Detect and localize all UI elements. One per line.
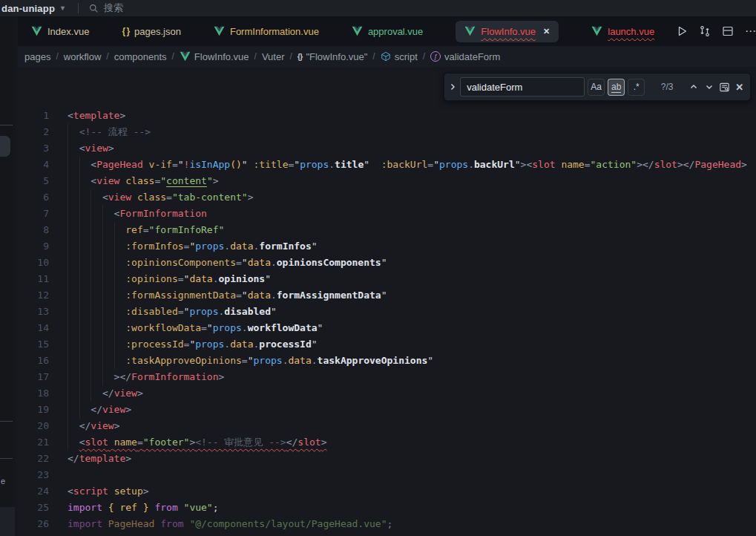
code-line[interactable]: 4 <PageHead v-if="!isInApp()" :title="pr… bbox=[18, 157, 756, 173]
close-icon[interactable]: ✕ bbox=[543, 27, 550, 36]
code-line[interactable]: 17 ></FormInformation> bbox=[18, 369, 756, 385]
line-number[interactable]: 21 bbox=[18, 434, 49, 451]
code-line[interactable]: 14 :workflowData="props.workflowData" bbox=[18, 320, 756, 336]
sidebar-divider bbox=[0, 421, 13, 422]
code-line[interactable]: 7 <FormInformation bbox=[18, 206, 756, 222]
line-number[interactable]: 8 bbox=[18, 222, 49, 238]
line-number[interactable]: 26 bbox=[18, 516, 49, 532]
breadcrumb-item-components[interactable]: components bbox=[114, 51, 167, 62]
line-number[interactable]: 22 bbox=[18, 451, 49, 467]
tab-flowinfo-vue[interactable]: FlowInfo.vue✕ bbox=[456, 21, 559, 42]
code-line[interactable]: 1<template> bbox=[18, 108, 756, 124]
line-number[interactable]: 19 bbox=[18, 402, 49, 418]
breadcrumb-item-script[interactable]: script bbox=[381, 51, 418, 62]
code-line[interactable]: 22</template> bbox=[18, 451, 756, 467]
code-line[interactable]: 5 <view class="content"> bbox=[18, 173, 756, 189]
code-line[interactable]: 6 <view class="tab-content"> bbox=[18, 189, 756, 206]
breadcrumb-separator: / bbox=[172, 51, 174, 62]
tab-approval-vue[interactable]: approval.vue bbox=[352, 21, 423, 42]
more-button[interactable]: ⋯ bbox=[744, 24, 756, 38]
line-content: </view> bbox=[68, 402, 131, 418]
code-line[interactable]: 19 </view> bbox=[18, 402, 756, 418]
line-number[interactable]: 18 bbox=[18, 385, 49, 402]
code-line[interactable]: 11 :opinions="data.opinions" bbox=[18, 271, 756, 287]
module-icon bbox=[381, 51, 391, 62]
split-editor-button[interactable] bbox=[721, 24, 734, 38]
line-number[interactable]: 25 bbox=[18, 500, 49, 516]
code-area[interactable]: 1<template>2 <!-- 流程 -->3 <view>4 <PageH… bbox=[18, 67, 756, 536]
code-line[interactable]: 12 :formAssignmentData="data.formAssignm… bbox=[18, 287, 756, 304]
line-content: :opinions="data.opinions" bbox=[68, 271, 271, 287]
breadcrumb-item-vuter[interactable]: Vuter bbox=[262, 51, 285, 62]
code-line[interactable]: 13 :disabled="props.disabled" bbox=[18, 304, 756, 320]
line-number[interactable]: 14 bbox=[18, 320, 49, 336]
regex-button[interactable]: .* bbox=[628, 79, 645, 96]
line-number[interactable]: 15 bbox=[18, 336, 49, 353]
line-number[interactable]: 6 bbox=[18, 189, 49, 206]
tab-pages-json[interactable]: { }pages.json bbox=[122, 21, 181, 42]
code-line[interactable]: 2 <!-- 流程 --> bbox=[18, 124, 756, 140]
find-in-selection-button[interactable] bbox=[718, 79, 730, 94]
titlebar-divider bbox=[78, 3, 79, 13]
line-number[interactable]: 23 bbox=[18, 467, 49, 483]
breadcrumb-item--flowinfo-vue-[interactable]: {}"FlowInfo.vue" bbox=[298, 51, 368, 62]
line-number[interactable]: 12 bbox=[18, 287, 49, 304]
code-line[interactable]: 21 <slot name="footer"><!-- 审批意见 --></sl… bbox=[18, 434, 756, 451]
line-number[interactable]: 3 bbox=[18, 140, 49, 157]
toggle-replace-button[interactable] bbox=[447, 77, 457, 97]
whole-word-button[interactable]: ab bbox=[608, 79, 625, 96]
code-line[interactable]: 3 <view> bbox=[18, 140, 756, 157]
code-line[interactable]: 18 </view> bbox=[18, 385, 756, 402]
line-number[interactable]: 1 bbox=[18, 108, 49, 124]
line-number[interactable]: 20 bbox=[18, 418, 49, 434]
line-number[interactable]: 5 bbox=[18, 173, 49, 189]
sidebar-cut-label: e bbox=[1, 477, 5, 486]
line-number[interactable]: 24 bbox=[18, 483, 49, 500]
line-content: <view> bbox=[68, 140, 114, 157]
breadcrumb-item-pages[interactable]: pages bbox=[24, 51, 50, 62]
code-line[interactable]: 24<script setup> bbox=[18, 483, 756, 500]
tab-launch-vue[interactable]: launch.vue bbox=[591, 21, 654, 42]
tab-bar: Index.vue{ }pages.jsonFormInformation.vu… bbox=[18, 16, 756, 46]
line-number[interactable]: 16 bbox=[18, 353, 49, 369]
previous-match-button[interactable] bbox=[688, 79, 700, 94]
code-line[interactable]: 23 bbox=[18, 467, 756, 483]
line-number[interactable]: 10 bbox=[18, 255, 49, 271]
code-line[interactable]: 9 :formInfos="props.data.formInfos" bbox=[18, 238, 756, 255]
find-widget: Aa ab .* ?/3 ✕ bbox=[444, 73, 751, 101]
line-content: :taskApproveOpinions="props.data.taskApp… bbox=[68, 353, 433, 369]
project-selector[interactable]: dan-uniapp bbox=[1, 3, 55, 14]
line-number[interactable]: 4 bbox=[18, 157, 49, 173]
next-match-button[interactable] bbox=[703, 79, 715, 94]
close-find-button[interactable]: ✕ bbox=[734, 79, 746, 94]
code-line[interactable]: 26import PageHead from "@/components/lay… bbox=[18, 516, 756, 532]
code-line[interactable]: 20 </view> bbox=[18, 418, 756, 434]
code-line[interactable]: 25import { ref } from "vue"; bbox=[18, 500, 756, 516]
code-line[interactable]: 10 :opinionsComponents="data.opinionsCom… bbox=[18, 255, 756, 271]
code-line[interactable]: 16 :taskApproveOpinions="props.data.task… bbox=[18, 353, 756, 369]
code-line[interactable]: 15 :processId="props.data.processId" bbox=[18, 336, 756, 353]
code-editor[interactable]: Aa ab .* ?/3 ✕ 1<template>2 <!-- 流程 -->3… bbox=[18, 67, 756, 536]
tab-forminformation-vue[interactable]: FormInformation.vue bbox=[214, 21, 319, 42]
method-icon: ƒ bbox=[430, 51, 441, 62]
line-number[interactable]: 17 bbox=[18, 369, 49, 385]
code-line[interactable]: 8 ref="formInfoRef" bbox=[18, 222, 756, 238]
line-number[interactable]: 13 bbox=[18, 304, 49, 320]
editor-group: Index.vue{ }pages.jsonFormInformation.vu… bbox=[18, 16, 756, 536]
command-center-search[interactable]: 搜索 bbox=[89, 1, 123, 15]
run-button[interactable] bbox=[675, 24, 688, 38]
match-case-button[interactable]: Aa bbox=[588, 79, 605, 96]
compare-button[interactable] bbox=[698, 24, 711, 38]
find-input[interactable] bbox=[460, 77, 585, 97]
breadcrumb-item-flowinfo-vue[interactable]: FlowInfo.vue bbox=[180, 51, 249, 62]
tab-index-vue[interactable]: Index.vue bbox=[31, 21, 89, 42]
line-number[interactable]: 11 bbox=[18, 271, 49, 287]
sidebar-item-edge[interactable] bbox=[0, 136, 10, 157]
line-number[interactable]: 9 bbox=[18, 238, 49, 255]
breadcrumb-item-validateform[interactable]: ƒvalidateForm bbox=[430, 51, 500, 62]
breadcrumb-label: "FlowInfo.vue" bbox=[306, 51, 367, 62]
indent-guide bbox=[102, 206, 103, 385]
line-number[interactable]: 7 bbox=[18, 206, 49, 222]
breadcrumb-item-workflow[interactable]: workflow bbox=[64, 51, 102, 62]
line-number[interactable]: 2 bbox=[18, 124, 49, 140]
